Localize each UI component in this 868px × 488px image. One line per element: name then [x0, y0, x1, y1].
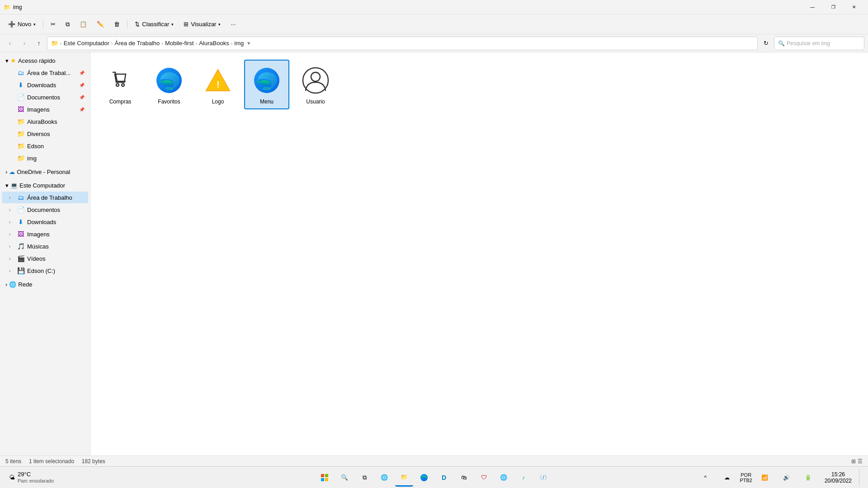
file-explorer-icon: 📁	[401, 474, 408, 480]
breadcrumb-desktop[interactable]: Área de Trabalho	[115, 40, 160, 47]
file-item-logo[interactable]: ! Logo	[195, 60, 241, 109]
view-chevron-icon: ▾	[218, 22, 221, 27]
spotify-icon: ♪	[522, 474, 525, 481]
up-button[interactable]: ↑	[33, 37, 45, 50]
sidebar-item-downloads-quick[interactable]: ⬇ Downloads 📌	[2, 79, 88, 91]
file-grid: Compras	[98, 60, 861, 109]
sort-button[interactable]: ⇅ Classificar ▾	[130, 17, 178, 32]
start-button[interactable]	[316, 469, 334, 487]
sidebar: ▾ ★ Acesso rápido 🗂 Área de Trabal... 📌 …	[0, 52, 90, 455]
weather-widget[interactable]: 🌤 29°C Parc ensolarado	[5, 469, 57, 487]
chevron-right-icon-dt: ›	[9, 195, 14, 200]
sidebar-onedrive-header[interactable]: › ☁ OneDrive - Personal	[2, 166, 88, 178]
breadcrumb-alurabooks[interactable]: AluraBooks	[199, 40, 229, 47]
file-item-usuario[interactable]: Usuario	[293, 60, 338, 109]
breadcrumb-mobile[interactable]: Mobile-first	[165, 40, 194, 47]
breadcrumb-bar[interactable]: 📁 › Este Computador › Área de Trabalho ›…	[47, 37, 758, 50]
sidebar-item-desktop-quick[interactable]: 🗂 Área de Trabal... 📌	[2, 67, 88, 79]
sidebar-item-music-pc[interactable]: › 🎵 Músicas	[2, 240, 88, 252]
sidebar-quick-access-header[interactable]: ▾ ★ Acesso rápido	[2, 55, 88, 66]
sidebar-item-drive-pc[interactable]: › 💾 Edson (C:)	[2, 265, 88, 277]
document-icon: 📄	[17, 94, 24, 101]
file-item-favoritos[interactable]: Favoritos	[146, 60, 192, 109]
weather-temp: 29°C	[18, 471, 54, 478]
cut-button[interactable]: ✂	[46, 17, 60, 32]
vscode-icon: 〈/〉	[537, 474, 550, 482]
title-bar-title: img	[13, 4, 22, 10]
show-desktop-button[interactable]	[859, 469, 863, 487]
back-button[interactable]: ‹	[4, 37, 16, 50]
sidebar-network-header[interactable]: › 🌐 Rede	[2, 278, 88, 290]
edge-taskbar-button[interactable]	[415, 469, 433, 487]
mcafee-button[interactable]: 🛡	[475, 469, 493, 487]
maximize-button[interactable]: ❐	[823, 0, 844, 14]
sidebar-item-diversos-quick[interactable]: 📁 Diversos	[2, 128, 88, 140]
volume-button[interactable]: 🔊	[778, 469, 796, 487]
sidebar-item-desktop-pc[interactable]: › 🗂 Área de Trabalho	[2, 192, 88, 203]
wifi-button[interactable]: 📶	[756, 469, 774, 487]
title-bar: 📁 img — ❐ ✕	[0, 0, 868, 14]
details-view-icon[interactable]: ☰	[858, 458, 863, 465]
search-bar[interactable]: 🔍 Pesquisar em img	[774, 37, 864, 50]
search-button[interactable]: 🔍	[335, 469, 354, 487]
file-label-logo: Logo	[212, 99, 224, 105]
locale-button[interactable]: POR PTB2	[740, 469, 752, 487]
search-icon: 🔍	[778, 40, 785, 47]
store-button[interactable]: 🛍	[455, 469, 473, 487]
sidebar-item-images-quick[interactable]: 🖼 Imagens 📌	[2, 103, 88, 115]
view-button[interactable]: ⊞ Visualizar ▾	[179, 17, 225, 32]
sidebar-item-videos-pc[interactable]: › 🎬 Vídeos	[2, 253, 88, 264]
paste-button[interactable]: 📋	[75, 17, 91, 32]
download-icon: ⬇	[17, 81, 24, 89]
dell-button[interactable]: D	[435, 469, 453, 487]
address-bar: ‹ › ↑ 📁 › Este Computador › Área de Trab…	[0, 34, 868, 52]
sidebar-item-img-quick[interactable]: 📁 img	[2, 152, 88, 164]
svg-point-11	[311, 72, 320, 81]
battery-button[interactable]: 🔋	[799, 469, 817, 487]
spotify-button[interactable]: ♪	[514, 469, 533, 487]
sidebar-item-alurabooks-quick[interactable]: 📁 AluraBooks	[2, 116, 88, 127]
breadcrumb-img[interactable]: img	[234, 40, 244, 47]
widgets-button[interactable]: 🌐	[375, 469, 393, 487]
close-button[interactable]: ✕	[844, 0, 864, 14]
music-icon: 🎵	[17, 243, 24, 250]
file-explorer-button[interactable]: 📁	[395, 469, 413, 487]
copy-button[interactable]: ⧉	[61, 17, 74, 32]
minimize-button[interactable]: —	[802, 0, 823, 14]
toolbar-divider-1	[43, 20, 43, 29]
cloud-icon-taskbar[interactable]: ☁	[718, 469, 736, 487]
sidebar-item-images-pc[interactable]: › 🖼 Imagens	[2, 228, 88, 240]
chevron-down-icon-pc: ▾	[5, 182, 9, 189]
title-bar-left: 📁 img	[4, 4, 22, 10]
sidebar-item-documents-pc[interactable]: › 📄 Documentos	[2, 204, 88, 216]
taskbar-center: 🔍 ⧉ 🌐 📁	[316, 469, 552, 487]
file-label-favoritos: Favoritos	[158, 99, 180, 105]
task-view-button[interactable]: ⧉	[355, 469, 373, 487]
grid-view-icon[interactable]: ⊞	[851, 458, 856, 465]
sidebar-item-documents-quick[interactable]: 📄 Documentos 📌	[2, 91, 88, 103]
search-taskbar-icon: 🔍	[341, 474, 348, 481]
rename-icon: ✏️	[97, 21, 104, 28]
new-button[interactable]: ➕ Novo ▾	[4, 17, 40, 32]
forward-button[interactable]: ›	[18, 37, 31, 50]
sidebar-item-downloads-pc[interactable]: › ⬇ Downloads	[2, 216, 88, 228]
refresh-button[interactable]: ↻	[760, 37, 772, 50]
file-item-compras[interactable]: Compras	[98, 60, 143, 109]
more-button[interactable]: ···	[226, 17, 240, 32]
vscode-button[interactable]: 〈/〉	[534, 469, 552, 487]
file-item-menu[interactable]: Menu	[244, 60, 289, 109]
taskbar: 🌤 29°C Parc ensolarado 🔍 ⧉ 🌐	[0, 466, 868, 488]
folder-icon-alura: 📁	[17, 118, 24, 125]
sidebar-item-edson-quick[interactable]: 📁 Edson	[2, 140, 88, 152]
delete-button[interactable]: 🗑	[109, 17, 124, 32]
chrome-button[interactable]: 🌐	[495, 469, 513, 487]
system-tray-chevron[interactable]: ^	[696, 469, 714, 487]
rename-button[interactable]: ✏️	[92, 17, 108, 32]
clock-button[interactable]: 15:26 20/09/2022	[821, 469, 855, 487]
toolbar-divider-2	[127, 20, 127, 29]
sidebar-computer-header[interactable]: ▾ 💻 Este Computador	[2, 179, 88, 191]
star-icon: ★	[10, 57, 16, 64]
breadcrumb-chevron-icon: ▾	[247, 40, 250, 47]
chevron-right-icon-drv: ›	[9, 268, 14, 273]
breadcrumb-computer[interactable]: Este Computador	[64, 40, 109, 47]
